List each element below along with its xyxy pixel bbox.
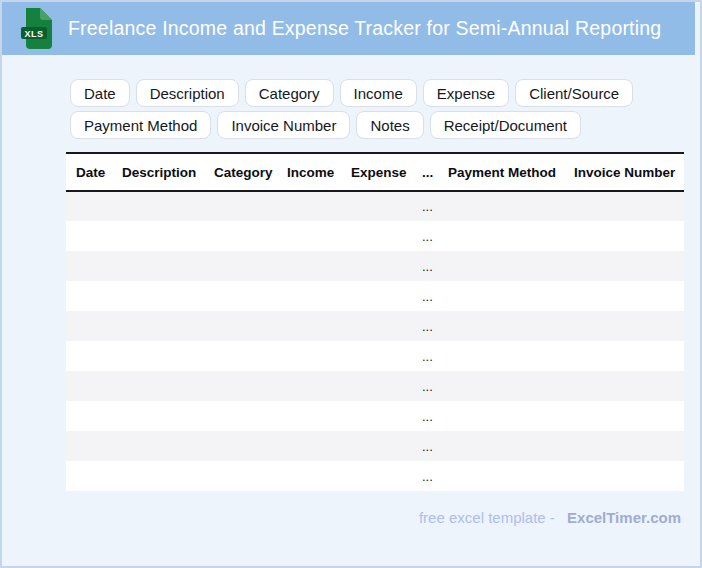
table-cell [448,251,574,281]
table-cell [574,431,684,461]
field-chip[interactable]: Notes [356,111,423,139]
field-chip-row-1: DateDescriptionCategoryIncomeExpenseClie… [70,79,700,107]
table-row: ... [66,191,684,221]
table-cell [214,311,287,341]
table-cell [574,461,684,491]
table-cell [574,311,684,341]
table-cell [574,221,684,251]
table-cell [214,461,287,491]
table-cell [66,311,122,341]
table-cell [351,431,422,461]
column-header: ... [422,153,448,191]
table-cell [214,371,287,401]
table-cell: ... [422,251,448,281]
table-cell [287,431,351,461]
table-cell [448,221,574,251]
table-cell [448,191,574,221]
table-cell [122,311,214,341]
table-cell: ... [422,341,448,371]
table-header-row: DateDescriptionCategoryIncomeExpense...P… [66,153,684,191]
table-cell [214,401,287,431]
table-cell [574,281,684,311]
table-cell [287,401,351,431]
table-cell [66,461,122,491]
brand-link[interactable]: ExcelTimer.com [567,509,681,526]
table-cell [287,461,351,491]
table-cell [448,281,574,311]
table-cell [351,221,422,251]
table-row: ... [66,221,684,251]
table-cell [448,401,574,431]
column-header: Income [287,153,351,191]
table-cell [287,251,351,281]
xls-badge-label: XLS [24,29,43,39]
field-chip[interactable]: Invoice Number [217,111,350,139]
field-chip[interactable]: Payment Method [70,111,211,139]
field-chip-list: DateDescriptionCategoryIncomeExpenseClie… [70,79,700,139]
table-cell [66,341,122,371]
table-cell [448,341,574,371]
table-cell [66,281,122,311]
column-header: Date [66,153,122,191]
page: XLS Freelance Income and Expense Tracker… [0,0,702,568]
table-cell [351,311,422,341]
table-cell: ... [422,221,448,251]
field-chip[interactable]: Receipt/Document [430,111,581,139]
table-cell [214,191,287,221]
column-header: Invoice Number [574,153,684,191]
table-cell [448,311,574,341]
table-row: ... [66,311,684,341]
table-cell [66,251,122,281]
footer-note: free excel template - [419,509,555,526]
table-cell [214,251,287,281]
field-chip[interactable]: Date [70,79,130,107]
xls-file-icon: XLS [18,7,55,50]
table-cell [574,401,684,431]
table-cell [214,341,287,371]
column-header: Description [122,153,214,191]
field-chip[interactable]: Client/Source [515,79,633,107]
table-cell [351,281,422,311]
table-cell [351,341,422,371]
table-cell [448,461,574,491]
footer: free excel template - ExcelTimer.com [2,509,700,526]
table-cell [574,191,684,221]
table-cell [287,281,351,311]
field-chip[interactable]: Description [136,79,239,107]
table-cell [122,251,214,281]
table-cell [66,191,122,221]
field-chip[interactable]: Income [340,79,417,107]
table-cell [122,281,214,311]
table-cell [351,191,422,221]
table-cell [574,341,684,371]
table-cell [122,461,214,491]
table-cell [351,371,422,401]
table-cell [287,371,351,401]
table-cell: ... [422,461,448,491]
table-cell [214,431,287,461]
table-cell [287,191,351,221]
table-cell [122,191,214,221]
table-cell [214,221,287,251]
table-cell [574,371,684,401]
table-row: ... [66,341,684,371]
table-cell [287,341,351,371]
table-row: ... [66,281,684,311]
field-chip[interactable]: Category [245,79,334,107]
table-row: ... [66,371,684,401]
table-cell [66,401,122,431]
table-cell [122,431,214,461]
table-cell: ... [422,371,448,401]
table-row: ... [66,431,684,461]
field-chip-row-2: Payment MethodInvoice NumberNotesReceipt… [70,111,700,139]
table-cell: ... [422,281,448,311]
table-cell: ... [422,431,448,461]
column-header: Category [214,153,287,191]
table-cell [287,221,351,251]
field-chip[interactable]: Expense [423,79,509,107]
table-cell [574,251,684,281]
table-cell: ... [422,191,448,221]
column-header: Payment Method [448,153,574,191]
table-cell [122,221,214,251]
table-cell [66,431,122,461]
